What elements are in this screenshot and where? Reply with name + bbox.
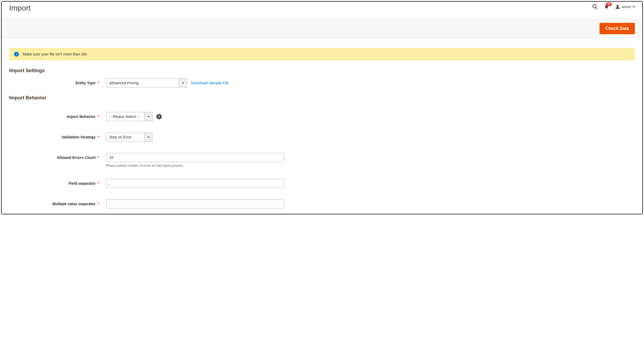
required-mark: * <box>98 155 99 160</box>
svg-line-1 <box>596 8 597 9</box>
info-icon: i <box>14 52 19 57</box>
info-message: i Make sure your file isn't more than 2M… <box>9 48 635 60</box>
entity-type-label: Entity Type <box>75 81 95 85</box>
validation-strategy-value: Stop on Error <box>106 133 144 141</box>
download-sample-link[interactable]: Download Sample File <box>191 81 229 85</box>
user-menu[interactable]: admin <box>615 4 635 9</box>
user-name-label: admin <box>622 5 631 9</box>
validation-strategy-label: Validation Strategy <box>62 135 96 139</box>
chevron-down-icon <box>633 6 635 8</box>
import-behavior-select[interactable]: -- Please Select -- <box>106 112 153 121</box>
action-bar: Check Data <box>2 19 642 38</box>
svg-point-0 <box>593 5 596 8</box>
chevron-down-icon <box>144 133 152 141</box>
page-title: Import <box>9 4 30 12</box>
user-icon <box>615 4 620 9</box>
chevron-down-icon <box>179 79 187 87</box>
allowed-errors-input[interactable] <box>106 153 284 162</box>
required-mark: * <box>98 135 99 139</box>
notifications-icon[interactable]: 39 <box>604 4 609 9</box>
section-import-settings: Import Settings <box>9 68 635 74</box>
entity-type-value: Advanced Pricing <box>106 79 179 87</box>
svg-point-2 <box>606 8 607 9</box>
required-mark: * <box>98 81 99 85</box>
info-message-text: Make sure your file isn't more than 2M. <box>23 52 88 56</box>
section-import-behavior: Import Behavior <box>9 95 635 101</box>
required-mark: * <box>98 114 99 119</box>
chevron-down-icon <box>144 112 152 121</box>
required-mark: * <box>98 202 99 206</box>
multiple-value-separator-label: Multiple value separator <box>52 202 95 206</box>
check-data-button[interactable]: Check Data <box>600 23 635 34</box>
svg-point-3 <box>617 5 619 7</box>
allowed-errors-help: Please specify number of errors to halt … <box>106 164 642 168</box>
search-icon[interactable] <box>592 4 598 10</box>
import-behavior-value: -- Please Select -- <box>106 112 144 121</box>
help-icon[interactable]: ? <box>156 114 162 119</box>
entity-type-select[interactable]: Advanced Pricing <box>106 78 187 88</box>
required-mark: * <box>98 181 99 186</box>
import-behavior-label: Import Behavior <box>67 114 95 119</box>
field-separator-input[interactable] <box>106 179 284 188</box>
multiple-value-separator-input[interactable] <box>106 199 284 208</box>
validation-strategy-select[interactable]: Stop on Error <box>106 133 153 142</box>
notification-badge: 39 <box>606 2 612 6</box>
field-separator-label: Field separator <box>68 181 95 186</box>
allowed-errors-label: Allowed Errors Count <box>57 155 96 160</box>
